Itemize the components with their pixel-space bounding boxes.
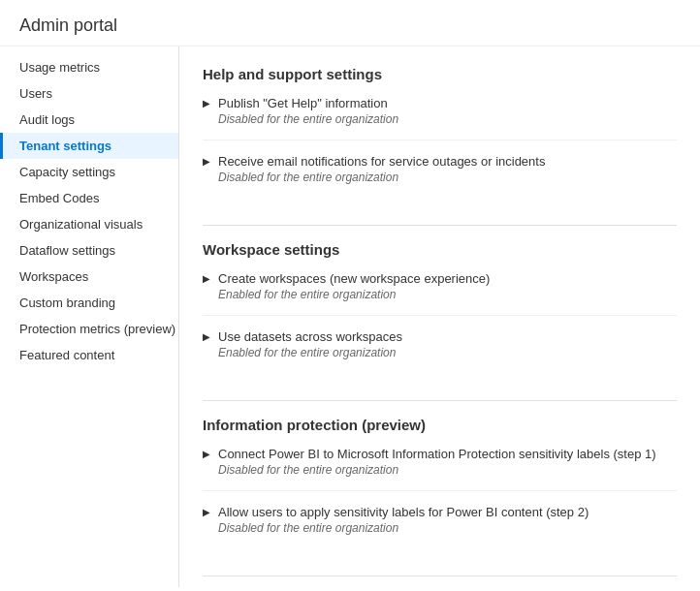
- setting-item-create-workspaces: ▶Create workspaces (new workspace experi…: [203, 271, 677, 316]
- setting-sublabel-connect-power-bi: Disabled for the entire organization: [218, 463, 656, 477]
- section-workspace-settings: Workspace settings▶Create workspaces (ne…: [203, 241, 677, 373]
- expand-icon-email-notifications[interactable]: ▶: [203, 156, 210, 167]
- expand-icon-create-workspaces[interactable]: ▶: [203, 273, 210, 284]
- section-title-info-protection: Information protection (preview): [203, 417, 677, 433]
- main-content: Help and support settings▶Publish "Get H…: [179, 47, 700, 587]
- section-title-help-support: Help and support settings: [203, 66, 677, 82]
- sidebar-item-custom-branding[interactable]: Custom branding: [0, 290, 178, 316]
- setting-item-allow-users-labels: ▶Allow users to apply sensitivity labels…: [203, 505, 677, 548]
- expand-icon-publish-get-help[interactable]: ▶: [203, 98, 210, 109]
- expand-icon-allow-users-labels[interactable]: ▶: [203, 507, 210, 517]
- sidebar-item-usage-metrics[interactable]: Usage metrics: [0, 54, 178, 80]
- setting-label-create-workspaces: Create workspaces (new workspace experie…: [218, 271, 490, 286]
- setting-sublabel-use-datasets: Enabled for the entire organization: [218, 346, 402, 359]
- sidebar-item-protection-metrics[interactable]: Protection metrics (preview): [0, 316, 178, 342]
- sidebar-item-audit-logs[interactable]: Audit logs: [0, 107, 178, 133]
- section-info-protection: Information protection (preview)▶Connect…: [203, 417, 677, 548]
- sidebar-item-organizational-visuals[interactable]: Organizational visuals: [0, 211, 178, 237]
- setting-label-publish-get-help: Publish "Get Help" information: [218, 96, 398, 110]
- sidebar-item-embed-codes[interactable]: Embed Codes: [0, 185, 178, 211]
- setting-label-email-notifications: Receive email notifications for service …: [218, 154, 545, 169]
- sidebar-item-users[interactable]: Users: [0, 80, 178, 107]
- sidebar-item-workspaces[interactable]: Workspaces: [0, 264, 178, 290]
- setting-item-use-datasets: ▶Use datasets across workspacesEnabled f…: [203, 329, 677, 373]
- setting-sublabel-create-workspaces: Enabled for the entire organization: [218, 288, 490, 301]
- setting-sublabel-email-notifications: Disabled for the entire organization: [218, 171, 545, 184]
- sidebar-item-featured-content[interactable]: Featured content: [0, 342, 178, 368]
- setting-sublabel-publish-get-help: Disabled for the entire organization: [218, 112, 398, 126]
- setting-label-use-datasets: Use datasets across workspaces: [218, 329, 402, 344]
- expand-icon-use-datasets[interactable]: ▶: [203, 331, 210, 342]
- page-title: Admin portal: [0, 0, 700, 47]
- section-divider: [203, 225, 677, 226]
- setting-label-connect-power-bi: Connect Power BI to Microsoft Informatio…: [218, 447, 656, 461]
- sidebar: Usage metricsUsersAudit logsTenant setti…: [0, 47, 179, 587]
- setting-sublabel-allow-users-labels: Disabled for the entire organization: [218, 521, 589, 535]
- sidebar-item-capacity-settings[interactable]: Capacity settings: [0, 159, 178, 185]
- section-divider: [203, 400, 677, 401]
- section-divider: [203, 575, 677, 576]
- setting-label-allow-users-labels: Allow users to apply sensitivity labels …: [218, 505, 589, 519]
- sidebar-item-tenant-settings[interactable]: Tenant settings: [0, 133, 178, 159]
- expand-icon-connect-power-bi[interactable]: ▶: [203, 449, 210, 459]
- section-title-workspace-settings: Workspace settings: [203, 241, 677, 258]
- setting-item-publish-get-help: ▶Publish "Get Help" informationDisabled …: [203, 96, 677, 140]
- section-help-support: Help and support settings▶Publish "Get H…: [203, 66, 677, 198]
- setting-item-connect-power-bi: ▶Connect Power BI to Microsoft Informati…: [203, 447, 677, 491]
- setting-item-email-notifications: ▶Receive email notifications for service…: [203, 154, 677, 198]
- sidebar-item-dataflow-settings[interactable]: Dataflow settings: [0, 237, 178, 264]
